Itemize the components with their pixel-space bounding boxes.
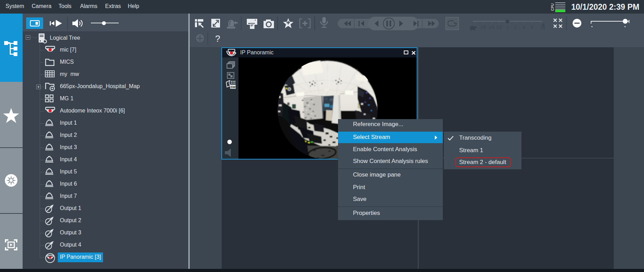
svg-text:CPU: CPU [551, 3, 555, 11]
svg-text:SW: SW [230, 85, 236, 89]
